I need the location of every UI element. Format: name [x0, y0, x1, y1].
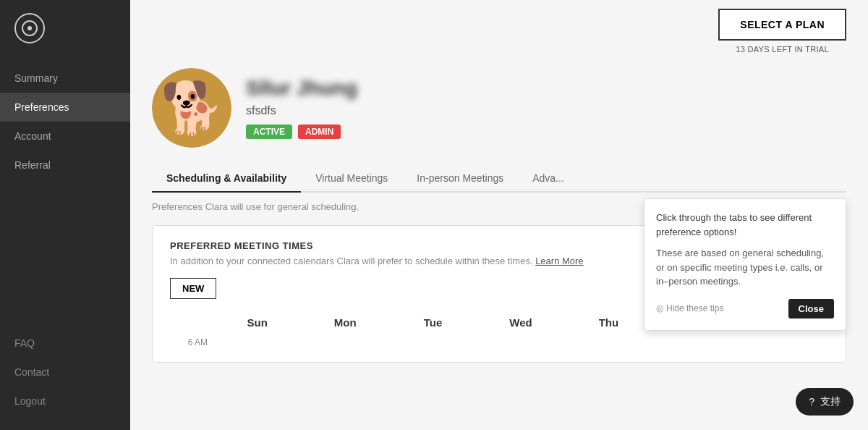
tabs-row: Scheduling & Availability Virtual Meetin…: [152, 165, 846, 193]
tooltip-sub-text: These are based on general scheduling, o…: [656, 246, 834, 289]
hide-tips-button[interactable]: ◎ Hide these tips: [656, 303, 723, 313]
plan-section: SELECT A PLAN 13 DAYS LEFT IN TRIAL: [718, 9, 846, 54]
profile-section: 🐕 Sllur Jhung sfsdfs ACTIVE ADMIN: [152, 68, 846, 148]
sidebar-nav: Summary Preferences Account Referral: [0, 56, 130, 329]
tooltip-footer: ◎ Hide these tips Close: [656, 299, 834, 319]
logo[interactable]: [0, 0, 130, 56]
cal-header-tue: Tue: [389, 311, 477, 334]
cal-header-thu: Thu: [565, 311, 652, 334]
sidebar-item-faq[interactable]: FAQ: [0, 329, 130, 358]
main-content: SELECT A PLAN 13 DAYS LEFT IN TRIAL 🐕 Sl…: [130, 0, 868, 430]
tab-scheduling[interactable]: Scheduling & Availability: [152, 165, 301, 193]
cal-header-sun: Sun: [213, 311, 301, 334]
support-button[interactable]: ? 支持: [796, 388, 854, 416]
trial-text: 13 DAYS LEFT IN TRIAL: [736, 45, 829, 54]
sidebar-bottom: FAQ Contact Logout: [0, 329, 130, 430]
support-icon: ?: [809, 396, 814, 408]
tooltip-popup: Click through the tabs to see different …: [644, 198, 846, 331]
content-area: 🐕 Sllur Jhung sfsdfs ACTIVE ADMIN Schedu…: [130, 54, 868, 430]
profile-name: Sllur Jhung: [246, 77, 357, 100]
sidebar-item-account[interactable]: Account: [0, 122, 130, 151]
sidebar-item-preferences[interactable]: Preferences: [0, 93, 130, 122]
cal-header-mon: Mon: [301, 311, 388, 334]
new-button[interactable]: NEW: [170, 278, 216, 299]
badge-admin: ADMIN: [298, 125, 341, 139]
logo-dot: [27, 26, 32, 30]
badge-active: ACTIVE: [246, 125, 292, 139]
close-tooltip-button[interactable]: Close: [788, 299, 834, 319]
profile-username: sfsdfs: [246, 104, 357, 117]
avatar-emoji: 🐕: [161, 83, 224, 133]
sidebar-item-logout[interactable]: Logout: [0, 387, 130, 416]
sidebar-item-referral[interactable]: Referral: [0, 151, 130, 180]
header: SELECT A PLAN 13 DAYS LEFT IN TRIAL: [130, 0, 868, 54]
avatar: 🐕: [152, 68, 231, 148]
sidebar-item-contact[interactable]: Contact: [0, 358, 130, 387]
cal-header-wed: Wed: [477, 311, 564, 334]
profile-info: Sllur Jhung sfsdfs ACTIVE ADMIN: [246, 77, 357, 139]
tooltip-main-text: Click through the tabs to see different …: [656, 211, 834, 239]
tab-inperson[interactable]: In-person Meetings: [402, 165, 518, 193]
logo-circle: [14, 13, 45, 43]
avatar-image: 🐕: [152, 68, 231, 148]
select-plan-button[interactable]: SELECT A PLAN: [718, 9, 846, 41]
tab-advanced[interactable]: Adva...: [518, 165, 579, 193]
cal-time-6am: 6 AM: [170, 334, 213, 347]
sidebar-item-summary[interactable]: Summary: [0, 64, 130, 93]
logo-inner: [22, 20, 38, 36]
eye-icon: ◎: [656, 303, 663, 313]
cal-empty-header: [170, 311, 213, 334]
badges: ACTIVE ADMIN: [246, 125, 357, 139]
learn-more-link[interactable]: Learn More: [535, 256, 583, 266]
sidebar: Summary Preferences Account Referral FAQ…: [0, 0, 130, 430]
tab-virtual[interactable]: Virtual Meetings: [301, 165, 402, 193]
support-label: 支持: [820, 395, 841, 408]
